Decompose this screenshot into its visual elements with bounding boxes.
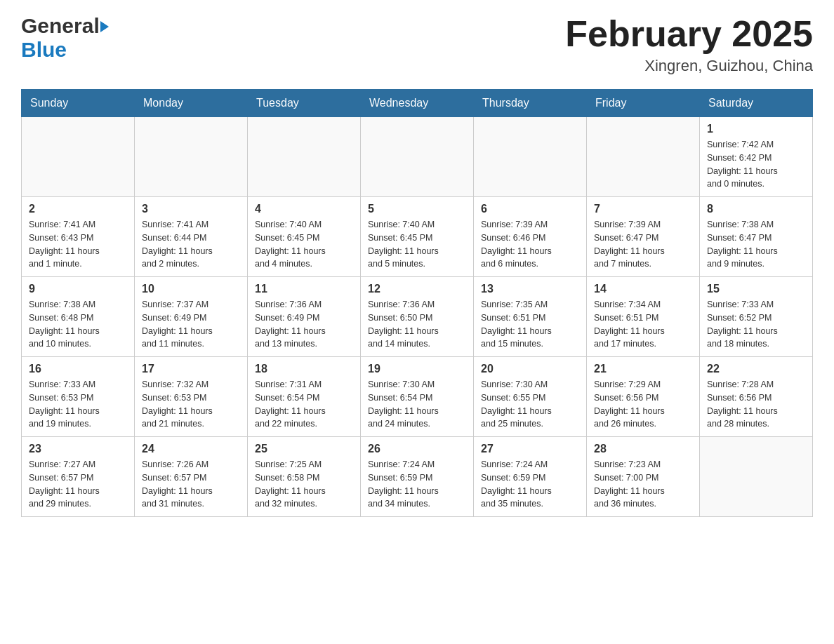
logo: General Blue bbox=[21, 14, 109, 62]
day-info: Sunrise: 7:39 AMSunset: 6:47 PMDaylight:… bbox=[594, 218, 692, 271]
calendar-week-row: 16Sunrise: 7:33 AMSunset: 6:53 PMDayligh… bbox=[22, 357, 813, 437]
day-number: 2 bbox=[29, 203, 127, 215]
day-info: Sunrise: 7:40 AMSunset: 6:45 PMDaylight:… bbox=[255, 218, 353, 271]
table-row: 21Sunrise: 7:29 AMSunset: 6:56 PMDayligh… bbox=[587, 357, 700, 437]
day-info: Sunrise: 7:29 AMSunset: 6:56 PMDaylight:… bbox=[594, 378, 692, 431]
day-info: Sunrise: 7:28 AMSunset: 6:56 PMDaylight:… bbox=[707, 378, 805, 431]
location-text: Xingren, Guizhou, China bbox=[565, 57, 813, 75]
header-tuesday: Tuesday bbox=[248, 90, 361, 117]
calendar-table: Sunday Monday Tuesday Wednesday Thursday… bbox=[21, 89, 813, 517]
table-row: 12Sunrise: 7:36 AMSunset: 6:50 PMDayligh… bbox=[361, 277, 474, 357]
table-row: 16Sunrise: 7:33 AMSunset: 6:53 PMDayligh… bbox=[22, 357, 135, 437]
table-row: 27Sunrise: 7:24 AMSunset: 6:59 PMDayligh… bbox=[474, 437, 587, 517]
day-number: 12 bbox=[368, 283, 466, 295]
table-row: 19Sunrise: 7:30 AMSunset: 6:54 PMDayligh… bbox=[361, 357, 474, 437]
table-row bbox=[22, 117, 135, 197]
day-info: Sunrise: 7:42 AMSunset: 6:42 PMDaylight:… bbox=[707, 138, 805, 191]
day-number: 25 bbox=[255, 443, 353, 455]
table-row: 20Sunrise: 7:30 AMSunset: 6:55 PMDayligh… bbox=[474, 357, 587, 437]
table-row bbox=[474, 117, 587, 197]
logo-blue-text: Blue bbox=[21, 38, 67, 61]
table-row: 1Sunrise: 7:42 AMSunset: 6:42 PMDaylight… bbox=[700, 117, 813, 197]
day-info: Sunrise: 7:39 AMSunset: 6:46 PMDaylight:… bbox=[481, 218, 579, 271]
day-info: Sunrise: 7:30 AMSunset: 6:54 PMDaylight:… bbox=[368, 378, 466, 431]
day-info: Sunrise: 7:36 AMSunset: 6:49 PMDaylight:… bbox=[255, 298, 353, 351]
page-header: General Blue February 2025 Xingren, Guiz… bbox=[21, 14, 813, 75]
day-info: Sunrise: 7:23 AMSunset: 7:00 PMDaylight:… bbox=[594, 458, 692, 511]
table-row bbox=[700, 437, 813, 517]
day-number: 28 bbox=[594, 443, 692, 455]
month-title: February 2025 bbox=[565, 14, 813, 54]
day-info: Sunrise: 7:31 AMSunset: 6:54 PMDaylight:… bbox=[255, 378, 353, 431]
day-number: 17 bbox=[142, 363, 240, 375]
header-wednesday: Wednesday bbox=[361, 90, 474, 117]
header-monday: Monday bbox=[135, 90, 248, 117]
table-row bbox=[361, 117, 474, 197]
table-row: 10Sunrise: 7:37 AMSunset: 6:49 PMDayligh… bbox=[135, 277, 248, 357]
day-number: 9 bbox=[29, 283, 127, 295]
table-row: 17Sunrise: 7:32 AMSunset: 6:53 PMDayligh… bbox=[135, 357, 248, 437]
table-row: 13Sunrise: 7:35 AMSunset: 6:51 PMDayligh… bbox=[474, 277, 587, 357]
calendar-week-row: 1Sunrise: 7:42 AMSunset: 6:42 PMDaylight… bbox=[22, 117, 813, 197]
day-number: 10 bbox=[142, 283, 240, 295]
logo-arrow-icon bbox=[100, 21, 109, 32]
logo-general-text: General bbox=[21, 14, 100, 38]
day-number: 19 bbox=[368, 363, 466, 375]
day-number: 15 bbox=[707, 283, 805, 295]
calendar-week-row: 9Sunrise: 7:38 AMSunset: 6:48 PMDaylight… bbox=[22, 277, 813, 357]
day-number: 20 bbox=[481, 363, 579, 375]
day-number: 24 bbox=[142, 443, 240, 455]
day-number: 14 bbox=[594, 283, 692, 295]
table-row bbox=[135, 117, 248, 197]
header-thursday: Thursday bbox=[474, 90, 587, 117]
table-row: 28Sunrise: 7:23 AMSunset: 7:00 PMDayligh… bbox=[587, 437, 700, 517]
day-info: Sunrise: 7:38 AMSunset: 6:47 PMDaylight:… bbox=[707, 218, 805, 271]
title-section: February 2025 Xingren, Guizhou, China bbox=[565, 14, 813, 75]
table-row: 9Sunrise: 7:38 AMSunset: 6:48 PMDaylight… bbox=[22, 277, 135, 357]
day-info: Sunrise: 7:24 AMSunset: 6:59 PMDaylight:… bbox=[368, 458, 466, 511]
table-row: 24Sunrise: 7:26 AMSunset: 6:57 PMDayligh… bbox=[135, 437, 248, 517]
day-info: Sunrise: 7:33 AMSunset: 6:52 PMDaylight:… bbox=[707, 298, 805, 351]
table-row: 5Sunrise: 7:40 AMSunset: 6:45 PMDaylight… bbox=[361, 197, 474, 277]
day-info: Sunrise: 7:37 AMSunset: 6:49 PMDaylight:… bbox=[142, 298, 240, 351]
day-number: 3 bbox=[142, 203, 240, 215]
day-info: Sunrise: 7:32 AMSunset: 6:53 PMDaylight:… bbox=[142, 378, 240, 431]
day-info: Sunrise: 7:41 AMSunset: 6:44 PMDaylight:… bbox=[142, 218, 240, 271]
table-row: 22Sunrise: 7:28 AMSunset: 6:56 PMDayligh… bbox=[700, 357, 813, 437]
table-row bbox=[248, 117, 361, 197]
header-sunday: Sunday bbox=[22, 90, 135, 117]
table-row: 18Sunrise: 7:31 AMSunset: 6:54 PMDayligh… bbox=[248, 357, 361, 437]
day-number: 6 bbox=[481, 203, 579, 215]
day-info: Sunrise: 7:36 AMSunset: 6:50 PMDaylight:… bbox=[368, 298, 466, 351]
table-row: 23Sunrise: 7:27 AMSunset: 6:57 PMDayligh… bbox=[22, 437, 135, 517]
table-row: 25Sunrise: 7:25 AMSunset: 6:58 PMDayligh… bbox=[248, 437, 361, 517]
header-friday: Friday bbox=[587, 90, 700, 117]
day-info: Sunrise: 7:35 AMSunset: 6:51 PMDaylight:… bbox=[481, 298, 579, 351]
day-number: 4 bbox=[255, 203, 353, 215]
header-saturday: Saturday bbox=[700, 90, 813, 117]
day-number: 5 bbox=[368, 203, 466, 215]
day-number: 21 bbox=[594, 363, 692, 375]
day-number: 13 bbox=[481, 283, 579, 295]
day-number: 1 bbox=[707, 123, 805, 135]
day-number: 23 bbox=[29, 443, 127, 455]
day-number: 11 bbox=[255, 283, 353, 295]
day-info: Sunrise: 7:27 AMSunset: 6:57 PMDaylight:… bbox=[29, 458, 127, 511]
day-number: 27 bbox=[481, 443, 579, 455]
table-row: 15Sunrise: 7:33 AMSunset: 6:52 PMDayligh… bbox=[700, 277, 813, 357]
day-info: Sunrise: 7:41 AMSunset: 6:43 PMDaylight:… bbox=[29, 218, 127, 271]
day-number: 8 bbox=[707, 203, 805, 215]
table-row: 4Sunrise: 7:40 AMSunset: 6:45 PMDaylight… bbox=[248, 197, 361, 277]
table-row: 3Sunrise: 7:41 AMSunset: 6:44 PMDaylight… bbox=[135, 197, 248, 277]
calendar-week-row: 23Sunrise: 7:27 AMSunset: 6:57 PMDayligh… bbox=[22, 437, 813, 517]
table-row bbox=[587, 117, 700, 197]
day-info: Sunrise: 7:24 AMSunset: 6:59 PMDaylight:… bbox=[481, 458, 579, 511]
day-info: Sunrise: 7:40 AMSunset: 6:45 PMDaylight:… bbox=[368, 218, 466, 271]
day-number: 26 bbox=[368, 443, 466, 455]
day-info: Sunrise: 7:30 AMSunset: 6:55 PMDaylight:… bbox=[481, 378, 579, 431]
table-row: 6Sunrise: 7:39 AMSunset: 6:46 PMDaylight… bbox=[474, 197, 587, 277]
day-info: Sunrise: 7:26 AMSunset: 6:57 PMDaylight:… bbox=[142, 458, 240, 511]
table-row: 26Sunrise: 7:24 AMSunset: 6:59 PMDayligh… bbox=[361, 437, 474, 517]
table-row: 14Sunrise: 7:34 AMSunset: 6:51 PMDayligh… bbox=[587, 277, 700, 357]
table-row: 11Sunrise: 7:36 AMSunset: 6:49 PMDayligh… bbox=[248, 277, 361, 357]
